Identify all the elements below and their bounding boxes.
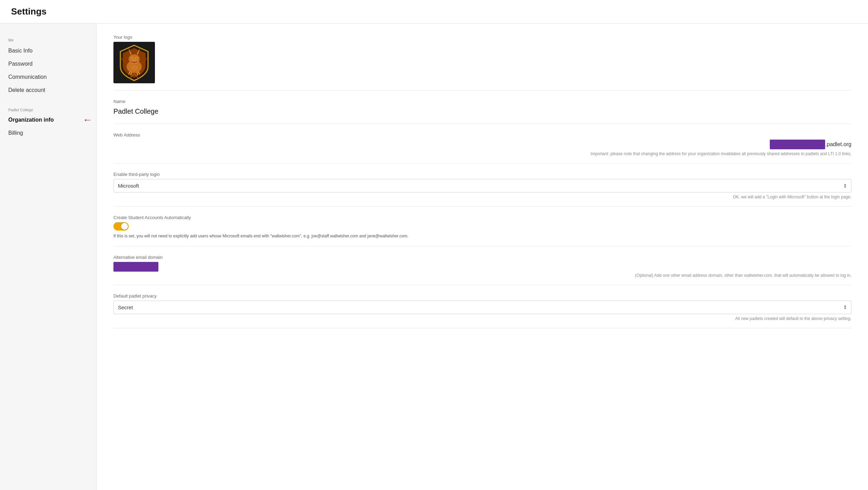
page-header: Settings	[0, 0, 868, 23]
web-address-label: Web Address	[113, 132, 851, 138]
web-address-row: .padlet.org	[113, 140, 851, 149]
auto-accounts-section: Create Student Accounts Automatically If…	[113, 215, 851, 246]
sidebar-item-billing[interactable]: Billing	[0, 126, 96, 140]
name-label: Name	[113, 99, 851, 104]
auto-accounts-toggle[interactable]	[113, 222, 129, 230]
default-privacy-select-wrapper: Secret Public Private ⇕	[113, 301, 851, 314]
main-layout: Me Basic Info Password Communication Del…	[0, 23, 868, 490]
logo-section: Your logo	[113, 35, 851, 91]
logo-upload-box[interactable]	[113, 42, 155, 83]
arrow-indicator: Organization info ←	[0, 113, 96, 126]
page-title: Settings	[11, 6, 857, 17]
arrow-right-icon: ←	[83, 114, 92, 125]
alt-email-hint: (Optional) Add one other email address d…	[113, 273, 851, 278]
web-address-hint: Important: please note that changing the…	[113, 151, 851, 156]
default-privacy-select[interactable]: Secret Public Private	[113, 301, 851, 314]
main-content: Your logo	[97, 23, 868, 490]
sidebar-org-section: Padlet College Organization info ← Billi…	[0, 101, 96, 140]
sidebar-item-organization-info[interactable]: Organization info	[0, 113, 80, 126]
sidebar-item-basic-info[interactable]: Basic Info	[0, 44, 96, 57]
auto-accounts-hint: If this is set, you will not need to exp…	[113, 233, 851, 239]
name-section: Name Padlet College	[113, 99, 851, 124]
web-address-input[interactable]	[770, 140, 825, 149]
sidebar-item-communication[interactable]: Communication	[0, 70, 96, 84]
sidebar-org-label: Padlet College	[0, 101, 96, 113]
svg-point-7	[136, 58, 137, 59]
third-party-select-wrapper: Microsoft Google None ⇕	[113, 179, 851, 192]
auto-accounts-label: Create Student Accounts Automatically	[113, 215, 851, 220]
sidebar-item-password[interactable]: Password	[0, 57, 96, 70]
logo-label: Your logo	[113, 35, 851, 40]
third-party-label: Enable third-party login	[113, 172, 851, 177]
sidebar-item-delete-account[interactable]: Delete account	[0, 84, 96, 97]
name-value[interactable]: Padlet College	[113, 106, 851, 117]
third-party-section: Enable third-party login Microsoft Googl…	[113, 172, 851, 207]
default-privacy-section: Default padlet privacy Secret Public Pri…	[113, 293, 851, 328]
alt-email-input[interactable]	[113, 262, 158, 272]
sidebar-me-label: Me	[0, 32, 96, 44]
web-address-section: Web Address .padlet.org Important: pleas…	[113, 132, 851, 163]
svg-point-12	[131, 65, 138, 70]
alt-email-label: Alternative email domain	[113, 255, 851, 260]
third-party-hint: OK, we will add a "Login with Microsoft"…	[113, 195, 851, 199]
alt-email-section: Alternative email domain (Optional) Add …	[113, 255, 851, 285]
web-address-suffix: .padlet.org	[825, 141, 851, 148]
svg-point-5	[132, 58, 133, 59]
auto-accounts-toggle-row	[113, 222, 851, 230]
default-privacy-hint: All new padlets created will default to …	[113, 316, 851, 321]
sidebar: Me Basic Info Password Communication Del…	[0, 23, 97, 490]
default-privacy-label: Default padlet privacy	[113, 293, 851, 299]
third-party-select[interactable]: Microsoft Google None	[113, 179, 851, 192]
